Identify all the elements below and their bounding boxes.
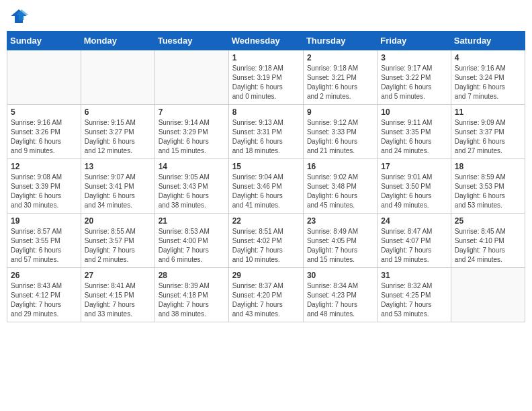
weekday-header-tuesday: Tuesday: [154, 32, 228, 50]
weekday-header-thursday: Thursday: [303, 32, 377, 50]
weekday-header-sunday: Sunday: [7, 32, 81, 50]
calendar-cell: [451, 268, 525, 322]
day-number: 23: [307, 216, 373, 226]
calendar-week-row: 26Sunrise: 8:43 AM Sunset: 4:12 PM Dayli…: [7, 268, 525, 322]
calendar-week-row: 12Sunrise: 9:08 AM Sunset: 3:39 PM Dayli…: [7, 159, 525, 214]
day-info: Sunrise: 9:16 AM Sunset: 3:26 PM Dayligh…: [11, 118, 77, 156]
day-info: Sunrise: 8:32 AM Sunset: 4:25 PM Dayligh…: [381, 281, 447, 319]
day-number: 20: [85, 216, 151, 226]
calendar-cell: 20Sunrise: 8:55 AM Sunset: 3:57 PM Dayli…: [81, 214, 154, 268]
calendar-cell: 24Sunrise: 8:47 AM Sunset: 4:07 PM Dayli…: [378, 214, 451, 268]
day-number: 13: [85, 162, 151, 171]
calendar-cell: 16Sunrise: 9:02 AM Sunset: 3:48 PM Dayli…: [303, 159, 377, 214]
day-info: Sunrise: 9:09 AM Sunset: 3:37 PM Dayligh…: [455, 118, 521, 156]
day-info: Sunrise: 8:51 AM Sunset: 4:02 PM Dayligh…: [232, 227, 300, 265]
page-header: [7, 7, 525, 26]
day-number: 22: [232, 216, 300, 226]
day-number: 3: [381, 53, 447, 62]
day-info: Sunrise: 8:55 AM Sunset: 3:57 PM Dayligh…: [85, 227, 151, 265]
day-number: 9: [307, 107, 373, 117]
day-number: 29: [232, 271, 300, 280]
day-info: Sunrise: 8:37 AM Sunset: 4:20 PM Dayligh…: [232, 281, 300, 319]
calendar-cell: [154, 50, 228, 105]
day-info: Sunrise: 9:05 AM Sunset: 3:43 PM Dayligh…: [159, 173, 225, 210]
calendar-table: SundayMondayTuesdayWednesdayThursdayFrid…: [7, 31, 525, 322]
day-number: 4: [455, 53, 521, 62]
calendar-cell: 21Sunrise: 8:53 AM Sunset: 4:00 PM Dayli…: [154, 214, 228, 268]
day-info: Sunrise: 9:08 AM Sunset: 3:39 PM Dayligh…: [11, 173, 77, 210]
calendar-cell: 4Sunrise: 9:16 AM Sunset: 3:24 PM Daylig…: [451, 50, 525, 105]
calendar-week-row: 19Sunrise: 8:57 AM Sunset: 3:55 PM Dayli…: [7, 214, 525, 268]
calendar-cell: 7Sunrise: 9:14 AM Sunset: 3:29 PM Daylig…: [154, 105, 228, 159]
weekday-header-row: SundayMondayTuesdayWednesdayThursdayFrid…: [7, 32, 525, 50]
calendar-cell: 12Sunrise: 9:08 AM Sunset: 3:39 PM Dayli…: [7, 159, 81, 214]
day-number: 7: [159, 107, 225, 117]
calendar-cell: 1Sunrise: 9:18 AM Sunset: 3:19 PM Daylig…: [228, 50, 303, 105]
day-number: 26: [11, 271, 77, 280]
calendar-cell: 11Sunrise: 9:09 AM Sunset: 3:37 PM Dayli…: [451, 105, 525, 159]
calendar-cell: 27Sunrise: 8:41 AM Sunset: 4:15 PM Dayli…: [81, 268, 154, 322]
day-number: 6: [85, 107, 151, 117]
day-number: 19: [11, 216, 77, 226]
day-number: 31: [381, 271, 447, 280]
day-number: 1: [232, 53, 300, 62]
day-number: 14: [159, 162, 225, 171]
day-info: Sunrise: 9:15 AM Sunset: 3:27 PM Dayligh…: [85, 118, 151, 156]
calendar-cell: 31Sunrise: 8:32 AM Sunset: 4:25 PM Dayli…: [378, 268, 451, 322]
day-info: Sunrise: 8:47 AM Sunset: 4:07 PM Dayligh…: [381, 227, 447, 265]
logo-icon: [9, 7, 28, 26]
day-info: Sunrise: 9:12 AM Sunset: 3:33 PM Dayligh…: [307, 118, 373, 156]
calendar-cell: 2Sunrise: 9:18 AM Sunset: 3:21 PM Daylig…: [303, 50, 377, 105]
day-info: Sunrise: 9:13 AM Sunset: 3:31 PM Dayligh…: [232, 118, 300, 156]
day-info: Sunrise: 8:57 AM Sunset: 3:55 PM Dayligh…: [11, 227, 77, 265]
day-number: 11: [455, 107, 521, 117]
day-number: 12: [11, 162, 77, 171]
calendar-cell: 14Sunrise: 9:05 AM Sunset: 3:43 PM Dayli…: [154, 159, 228, 214]
day-info: Sunrise: 8:43 AM Sunset: 4:12 PM Dayligh…: [11, 281, 77, 319]
day-number: 25: [455, 216, 521, 226]
calendar-cell: [7, 50, 81, 105]
day-info: Sunrise: 9:02 AM Sunset: 3:48 PM Dayligh…: [307, 173, 373, 210]
calendar-cell: 29Sunrise: 8:37 AM Sunset: 4:20 PM Dayli…: [228, 268, 303, 322]
calendar-week-row: 1Sunrise: 9:18 AM Sunset: 3:19 PM Daylig…: [7, 50, 525, 105]
calendar-cell: 15Sunrise: 9:04 AM Sunset: 3:46 PM Dayli…: [228, 159, 303, 214]
day-number: 17: [381, 162, 447, 171]
calendar-cell: 23Sunrise: 8:49 AM Sunset: 4:05 PM Dayli…: [303, 214, 377, 268]
day-number: 15: [232, 162, 300, 171]
logo: [9, 7, 31, 26]
day-number: 27: [85, 271, 151, 280]
day-info: Sunrise: 8:53 AM Sunset: 4:00 PM Dayligh…: [159, 227, 225, 265]
day-number: 16: [307, 162, 373, 171]
calendar-cell: 9Sunrise: 9:12 AM Sunset: 3:33 PM Daylig…: [303, 105, 377, 159]
day-info: Sunrise: 9:18 AM Sunset: 3:19 PM Dayligh…: [232, 64, 300, 101]
day-info: Sunrise: 8:45 AM Sunset: 4:10 PM Dayligh…: [455, 227, 521, 265]
day-info: Sunrise: 9:14 AM Sunset: 3:29 PM Dayligh…: [159, 118, 225, 156]
day-info: Sunrise: 9:01 AM Sunset: 3:50 PM Dayligh…: [381, 173, 447, 210]
calendar-cell: [81, 50, 154, 105]
day-number: 30: [307, 271, 373, 280]
day-info: Sunrise: 8:59 AM Sunset: 3:53 PM Dayligh…: [455, 173, 521, 210]
day-number: 21: [159, 216, 225, 226]
calendar-cell: 8Sunrise: 9:13 AM Sunset: 3:31 PM Daylig…: [228, 105, 303, 159]
day-number: 8: [232, 107, 300, 117]
day-info: Sunrise: 8:41 AM Sunset: 4:15 PM Dayligh…: [85, 281, 151, 319]
day-number: 18: [455, 162, 521, 171]
day-info: Sunrise: 9:18 AM Sunset: 3:21 PM Dayligh…: [307, 64, 373, 101]
calendar-cell: 22Sunrise: 8:51 AM Sunset: 4:02 PM Dayli…: [228, 214, 303, 268]
weekday-header-wednesday: Wednesday: [228, 32, 303, 50]
day-info: Sunrise: 9:11 AM Sunset: 3:35 PM Dayligh…: [381, 118, 447, 156]
calendar-cell: 13Sunrise: 9:07 AM Sunset: 3:41 PM Dayli…: [81, 159, 154, 214]
calendar-cell: 18Sunrise: 8:59 AM Sunset: 3:53 PM Dayli…: [451, 159, 525, 214]
day-number: 5: [11, 107, 77, 117]
calendar-cell: 25Sunrise: 8:45 AM Sunset: 4:10 PM Dayli…: [451, 214, 525, 268]
calendar-cell: 6Sunrise: 9:15 AM Sunset: 3:27 PM Daylig…: [81, 105, 154, 159]
day-number: 2: [307, 53, 373, 62]
weekday-header-saturday: Saturday: [451, 32, 525, 50]
calendar-cell: 30Sunrise: 8:34 AM Sunset: 4:23 PM Dayli…: [303, 268, 377, 322]
day-info: Sunrise: 9:17 AM Sunset: 3:22 PM Dayligh…: [381, 64, 447, 101]
day-info: Sunrise: 9:16 AM Sunset: 3:24 PM Dayligh…: [455, 64, 521, 101]
calendar-cell: 26Sunrise: 8:43 AM Sunset: 4:12 PM Dayli…: [7, 268, 81, 322]
calendar-cell: 19Sunrise: 8:57 AM Sunset: 3:55 PM Dayli…: [7, 214, 81, 268]
calendar-cell: 10Sunrise: 9:11 AM Sunset: 3:35 PM Dayli…: [378, 105, 451, 159]
day-info: Sunrise: 8:49 AM Sunset: 4:05 PM Dayligh…: [307, 227, 373, 265]
